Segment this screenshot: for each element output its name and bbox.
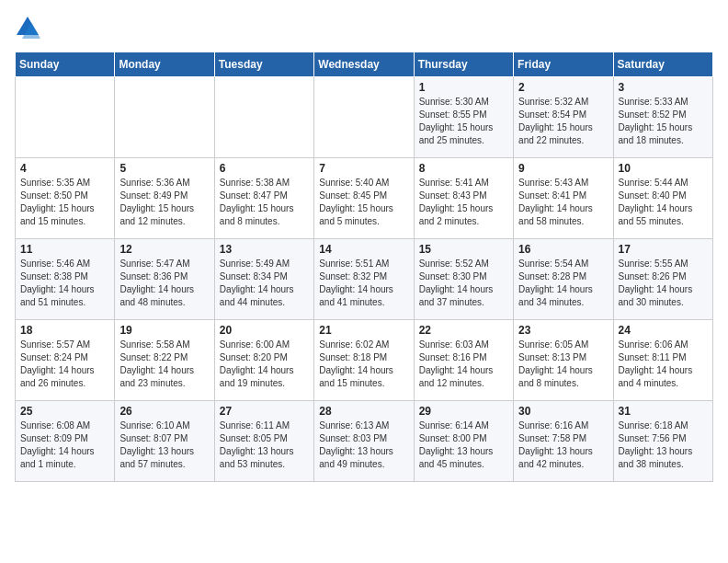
day-number: 1 xyxy=(419,81,508,94)
cell-content: Sunrise: 6:10 AM Sunset: 8:07 PM Dayligh… xyxy=(119,419,209,471)
day-number: 4 xyxy=(20,162,109,175)
calendar-cell: 24Sunrise: 6:06 AM Sunset: 8:11 PM Dayli… xyxy=(613,320,712,401)
day-number: 15 xyxy=(419,243,508,256)
calendar-cell xyxy=(115,77,214,158)
day-number: 2 xyxy=(518,81,608,94)
calendar-cell: 31Sunrise: 6:18 AM Sunset: 7:56 PM Dayli… xyxy=(613,401,712,482)
calendar-cell: 8Sunrise: 5:41 AM Sunset: 8:43 PM Daylig… xyxy=(414,158,513,239)
cell-content: Sunrise: 5:41 AM Sunset: 8:43 PM Dayligh… xyxy=(419,177,508,228)
cell-content: Sunrise: 5:30 AM Sunset: 8:55 PM Dayligh… xyxy=(419,96,508,147)
calendar-cell: 28Sunrise: 6:13 AM Sunset: 8:03 PM Dayli… xyxy=(314,401,414,482)
calendar-cell: 6Sunrise: 5:38 AM Sunset: 8:47 PM Daylig… xyxy=(214,158,313,239)
day-number: 7 xyxy=(319,162,408,175)
day-number: 18 xyxy=(20,324,109,337)
header-day-monday: Monday xyxy=(115,52,214,77)
header-day-sunday: Sunday xyxy=(16,52,115,77)
day-number: 23 xyxy=(518,324,608,337)
header-day-tuesday: Tuesday xyxy=(214,52,313,77)
day-number: 9 xyxy=(518,162,608,175)
day-number: 17 xyxy=(619,243,708,256)
day-number: 14 xyxy=(319,243,408,256)
calendar-cell: 9Sunrise: 5:43 AM Sunset: 8:41 PM Daylig… xyxy=(514,158,613,239)
cell-content: Sunrise: 5:36 AM Sunset: 8:49 PM Dayligh… xyxy=(119,177,209,228)
cell-content: Sunrise: 6:13 AM Sunset: 8:03 PM Dayligh… xyxy=(319,419,408,471)
header-day-friday: Friday xyxy=(514,52,613,77)
calendar-cell: 30Sunrise: 6:16 AM Sunset: 7:58 PM Dayli… xyxy=(514,401,613,482)
day-number: 20 xyxy=(220,324,309,337)
calendar-cell: 4Sunrise: 5:35 AM Sunset: 8:50 PM Daylig… xyxy=(16,158,115,239)
cell-content: Sunrise: 5:54 AM Sunset: 8:28 PM Dayligh… xyxy=(518,258,608,309)
calendar-header: SundayMondayTuesdayWednesdayThursdayFrid… xyxy=(16,52,713,77)
day-number: 11 xyxy=(20,243,109,256)
cell-content: Sunrise: 5:33 AM Sunset: 8:52 PM Dayligh… xyxy=(619,96,708,147)
header-day-thursday: Thursday xyxy=(414,52,513,77)
calendar-cell xyxy=(16,77,115,158)
header-row: SundayMondayTuesdayWednesdayThursdayFrid… xyxy=(16,52,713,77)
day-number: 6 xyxy=(220,162,309,175)
day-number: 13 xyxy=(220,243,309,256)
calendar-cell: 23Sunrise: 6:05 AM Sunset: 8:13 PM Dayli… xyxy=(514,320,613,401)
cell-content: Sunrise: 5:49 AM Sunset: 8:34 PM Dayligh… xyxy=(220,258,309,309)
cell-content: Sunrise: 5:47 AM Sunset: 8:36 PM Dayligh… xyxy=(119,258,209,309)
cell-content: Sunrise: 5:51 AM Sunset: 8:32 PM Dayligh… xyxy=(319,258,408,309)
calendar-cell: 25Sunrise: 6:08 AM Sunset: 8:09 PM Dayli… xyxy=(16,401,115,482)
day-number: 22 xyxy=(419,324,508,337)
calendar-cell: 10Sunrise: 5:44 AM Sunset: 8:40 PM Dayli… xyxy=(613,158,712,239)
calendar-week-4: 18Sunrise: 5:57 AM Sunset: 8:24 PM Dayli… xyxy=(16,320,713,401)
day-number: 8 xyxy=(419,162,508,175)
cell-content: Sunrise: 6:11 AM Sunset: 8:05 PM Dayligh… xyxy=(220,419,309,471)
calendar-body: 1Sunrise: 5:30 AM Sunset: 8:55 PM Daylig… xyxy=(16,77,713,482)
calendar-cell: 21Sunrise: 6:02 AM Sunset: 8:18 PM Dayli… xyxy=(314,320,414,401)
cell-content: Sunrise: 5:57 AM Sunset: 8:24 PM Dayligh… xyxy=(20,339,109,390)
calendar-cell: 3Sunrise: 5:33 AM Sunset: 8:52 PM Daylig… xyxy=(613,77,712,158)
calendar-cell: 26Sunrise: 6:10 AM Sunset: 8:07 PM Dayli… xyxy=(115,401,214,482)
header-day-saturday: Saturday xyxy=(613,52,712,77)
calendar-cell: 20Sunrise: 6:00 AM Sunset: 8:20 PM Dayli… xyxy=(214,320,313,401)
day-number: 12 xyxy=(119,243,209,256)
calendar-cell: 5Sunrise: 5:36 AM Sunset: 8:49 PM Daylig… xyxy=(115,158,214,239)
calendar-cell xyxy=(214,77,313,158)
calendar-cell: 2Sunrise: 5:32 AM Sunset: 8:54 PM Daylig… xyxy=(514,77,613,158)
cell-content: Sunrise: 5:35 AM Sunset: 8:50 PM Dayligh… xyxy=(20,177,109,228)
calendar-cell: 14Sunrise: 5:51 AM Sunset: 8:32 PM Dayli… xyxy=(314,239,414,320)
cell-content: Sunrise: 5:32 AM Sunset: 8:54 PM Dayligh… xyxy=(518,96,608,147)
day-number: 21 xyxy=(319,324,408,337)
cell-content: Sunrise: 5:55 AM Sunset: 8:26 PM Dayligh… xyxy=(619,258,708,309)
calendar-cell: 11Sunrise: 5:46 AM Sunset: 8:38 PM Dayli… xyxy=(16,239,115,320)
header-day-wednesday: Wednesday xyxy=(314,52,414,77)
calendar-cell: 16Sunrise: 5:54 AM Sunset: 8:28 PM Dayli… xyxy=(514,239,613,320)
cell-content: Sunrise: 5:46 AM Sunset: 8:38 PM Dayligh… xyxy=(20,258,109,309)
calendar-cell: 19Sunrise: 5:58 AM Sunset: 8:22 PM Dayli… xyxy=(115,320,214,401)
day-number: 26 xyxy=(119,405,209,418)
cell-content: Sunrise: 6:16 AM Sunset: 7:58 PM Dayligh… xyxy=(518,419,608,471)
day-number: 27 xyxy=(220,405,309,418)
calendar-week-3: 11Sunrise: 5:46 AM Sunset: 8:38 PM Dayli… xyxy=(16,239,713,320)
calendar-cell xyxy=(314,77,414,158)
calendar-week-5: 25Sunrise: 6:08 AM Sunset: 8:09 PM Dayli… xyxy=(16,401,713,482)
cell-content: Sunrise: 6:06 AM Sunset: 8:11 PM Dayligh… xyxy=(619,339,708,390)
day-number: 28 xyxy=(319,405,408,418)
cell-content: Sunrise: 6:03 AM Sunset: 8:16 PM Dayligh… xyxy=(419,339,508,390)
logo-icon xyxy=(15,15,40,40)
cell-content: Sunrise: 5:40 AM Sunset: 8:45 PM Dayligh… xyxy=(319,177,408,228)
calendar-cell: 27Sunrise: 6:11 AM Sunset: 8:05 PM Dayli… xyxy=(214,401,313,482)
cell-content: Sunrise: 5:38 AM Sunset: 8:47 PM Dayligh… xyxy=(220,177,309,228)
calendar-cell: 18Sunrise: 5:57 AM Sunset: 8:24 PM Dayli… xyxy=(16,320,115,401)
cell-content: Sunrise: 6:05 AM Sunset: 8:13 PM Dayligh… xyxy=(518,339,608,390)
day-number: 16 xyxy=(518,243,608,256)
calendar-cell: 15Sunrise: 5:52 AM Sunset: 8:30 PM Dayli… xyxy=(414,239,513,320)
day-number: 10 xyxy=(619,162,708,175)
calendar-table: SundayMondayTuesdayWednesdayThursdayFrid… xyxy=(15,52,713,482)
cell-content: Sunrise: 6:02 AM Sunset: 8:18 PM Dayligh… xyxy=(319,339,408,390)
day-number: 19 xyxy=(119,324,209,337)
cell-content: Sunrise: 6:00 AM Sunset: 8:20 PM Dayligh… xyxy=(220,339,309,390)
calendar-week-1: 1Sunrise: 5:30 AM Sunset: 8:55 PM Daylig… xyxy=(16,77,713,158)
cell-content: Sunrise: 6:08 AM Sunset: 8:09 PM Dayligh… xyxy=(20,419,109,471)
logo xyxy=(15,15,44,40)
day-number: 24 xyxy=(619,324,708,337)
day-number: 30 xyxy=(518,405,608,418)
calendar-cell: 7Sunrise: 5:40 AM Sunset: 8:45 PM Daylig… xyxy=(314,158,414,239)
calendar-cell: 17Sunrise: 5:55 AM Sunset: 8:26 PM Dayli… xyxy=(613,239,712,320)
day-number: 29 xyxy=(419,405,508,418)
calendar-cell: 12Sunrise: 5:47 AM Sunset: 8:36 PM Dayli… xyxy=(115,239,214,320)
